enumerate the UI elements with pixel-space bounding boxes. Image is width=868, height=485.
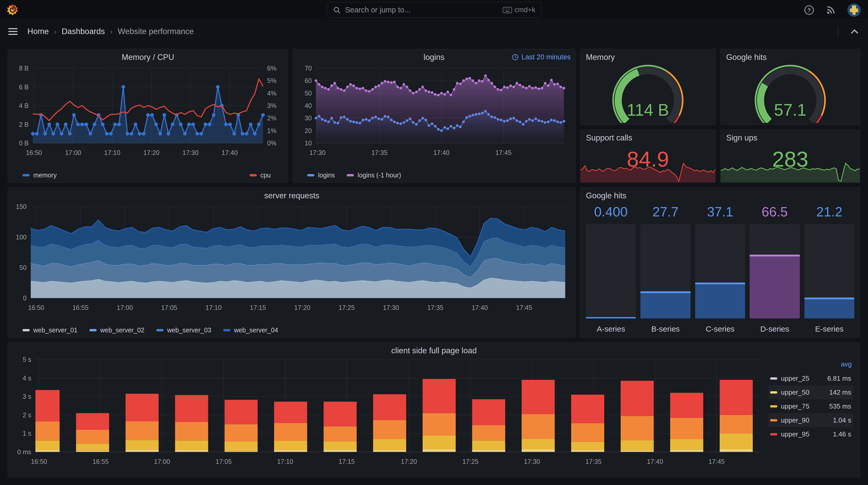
legend-swatch-icon xyxy=(770,377,777,380)
bar-gauge-item[interactable]: 27.7B-series xyxy=(641,204,690,333)
legend-label: web_server_01 xyxy=(33,326,78,334)
svg-text:4 B: 4 B xyxy=(19,102,29,109)
legend-avg-value: 1.46 s xyxy=(833,430,851,438)
legend-item[interactable]: cpu xyxy=(250,171,271,179)
google-hits-gauge: 57.1 xyxy=(720,64,860,123)
svg-text:17:30: 17:30 xyxy=(524,458,540,465)
legend-series-name: upper_75 xyxy=(781,402,829,410)
svg-text:16:50: 16:50 xyxy=(28,304,44,311)
bar-gauge-track xyxy=(804,224,854,318)
legend-swatch-icon xyxy=(223,329,230,331)
legend-swatch-icon xyxy=(770,391,777,394)
grafana-logo[interactable] xyxy=(6,4,19,16)
legend-swatch-icon xyxy=(770,433,777,435)
panel-title[interactable]: Memory / CPU xyxy=(8,53,288,62)
panel-title[interactable]: client side full page load xyxy=(8,346,860,355)
svg-text:17:05: 17:05 xyxy=(215,458,232,465)
svg-text:3%: 3% xyxy=(267,102,276,109)
time-range-link[interactable]: Last 20 minutes xyxy=(512,53,571,61)
chevron-up-icon[interactable] xyxy=(849,26,860,37)
search-shortcut: cmd+k xyxy=(503,6,535,14)
legend-label: web_server_02 xyxy=(100,326,145,334)
memory-cpu-chart[interactable]: 16:5017:0017:1017:2017:3017:400 B2 B4 B6… xyxy=(8,64,288,165)
bar-gauge-item[interactable]: 66.5D-series xyxy=(750,204,800,333)
user-avatar[interactable] xyxy=(847,3,861,17)
legend-label: logins xyxy=(318,171,335,179)
svg-text:30: 30 xyxy=(305,115,312,122)
legend-item[interactable]: web_server_01 xyxy=(23,326,78,334)
panel-title[interactable]: server requests xyxy=(8,191,576,200)
legend-item[interactable]: web_server_04 xyxy=(223,326,278,334)
google-hits-bargauge: 0.400A-series27.7B-series37.1C-series66.… xyxy=(586,204,854,333)
sparkline xyxy=(581,162,715,182)
svg-text:114 B: 114 B xyxy=(627,101,669,119)
legend-label: web_server_04 xyxy=(234,326,278,334)
panel-title[interactable]: Google hits xyxy=(726,53,767,62)
legend-item[interactable]: web_server_03 xyxy=(156,326,211,334)
svg-text:17:10: 17:10 xyxy=(277,458,293,465)
legend-swatch-icon xyxy=(770,405,777,408)
panel-memory-gauge: Memory 114 B xyxy=(580,49,716,125)
svg-text:17:40: 17:40 xyxy=(222,149,238,156)
svg-text:60: 60 xyxy=(305,77,312,84)
bar-gauge-item[interactable]: 0.400A-series xyxy=(586,204,636,333)
breadcrumb-bar: Home › Dashboards › Website performance xyxy=(0,20,868,43)
chart-legend-table: avgupper_256.81 msupper_50142 msupper_75… xyxy=(768,359,853,441)
dashboard-canvas: Memory / CPU 16:5017:0017:1017:2017:3017… xyxy=(0,43,868,485)
search-input[interactable]: Search or jump to... cmd+k xyxy=(327,2,541,18)
legend-item[interactable]: web_server_02 xyxy=(89,326,145,334)
legend-swatch-icon xyxy=(347,174,354,176)
legend-item[interactable]: logins (-1 hour) xyxy=(347,171,401,179)
legend-avg-value: 6.81 ms xyxy=(828,375,851,383)
help-icon[interactable]: ? xyxy=(804,5,814,15)
legend-row[interactable]: upper_75535 ms xyxy=(768,399,853,413)
svg-text:2 s: 2 s xyxy=(23,411,31,419)
client-load-chart[interactable]: 16:5016:5517:0017:0517:1017:1517:2017:25… xyxy=(8,355,860,474)
svg-text:17:35: 17:35 xyxy=(427,304,443,311)
svg-text:1%: 1% xyxy=(267,127,276,134)
svg-text:8 B: 8 B xyxy=(19,65,29,72)
legend-swatch-icon xyxy=(156,329,163,331)
bar-gauge-label: D-series xyxy=(750,318,800,333)
legend-item[interactable]: logins xyxy=(307,171,335,179)
svg-text:40: 40 xyxy=(305,102,312,109)
legend-row[interactable]: upper_901.04 s xyxy=(768,413,853,427)
legend-row[interactable]: upper_951.46 s xyxy=(768,427,853,441)
rss-icon[interactable] xyxy=(826,5,836,15)
breadcrumb-home[interactable]: Home xyxy=(27,27,49,36)
breadcrumb-dashboards[interactable]: Dashboards xyxy=(62,27,105,36)
svg-text:10: 10 xyxy=(305,139,312,147)
svg-text:70: 70 xyxy=(305,65,312,72)
bar-gauge-item[interactable]: 37.1C-series xyxy=(695,204,745,333)
svg-text:17:15: 17:15 xyxy=(339,458,355,465)
legend-avg-value: 535 ms xyxy=(829,402,851,410)
chart-legend: web_server_01web_server_02web_server_03w… xyxy=(23,326,278,334)
panel-title[interactable]: Google hits xyxy=(586,191,626,200)
bar-gauge-value: 0.400 xyxy=(586,204,636,223)
panel-title[interactable]: Memory xyxy=(586,53,615,62)
menu-icon[interactable] xyxy=(8,28,18,35)
svg-text:17:25: 17:25 xyxy=(338,304,355,311)
legend-row[interactable]: upper_256.81 ms xyxy=(768,371,853,385)
divider xyxy=(838,26,839,37)
svg-text:0: 0 xyxy=(23,294,27,302)
legend-avg-value: 1.04 s xyxy=(833,416,851,424)
bar-gauge-item[interactable]: 21.2E-series xyxy=(804,204,854,333)
breadcrumb-current: Website performance xyxy=(118,27,194,36)
server-requests-chart[interactable]: 16:5016:5517:0017:0517:1017:1517:2017:25… xyxy=(8,202,576,320)
legend-series-name: upper_25 xyxy=(781,375,828,383)
bar-gauge-track xyxy=(750,224,800,318)
bar-gauge-track xyxy=(586,224,636,318)
breadcrumb: Home › Dashboards › Website performance xyxy=(27,27,194,36)
legend-row[interactable]: upper_50142 ms xyxy=(768,385,853,399)
search-icon xyxy=(333,6,341,14)
legend-swatch-icon xyxy=(89,329,97,331)
panel-google-hits-gauge: Google hits 57.1 xyxy=(720,49,860,125)
search-placeholder: Search or jump to... xyxy=(345,6,503,14)
svg-text:16:50: 16:50 xyxy=(26,149,42,156)
svg-text:6 B: 6 B xyxy=(19,84,29,91)
logins-chart[interactable]: 17:3017:3517:4017:4510203040506070 xyxy=(293,64,575,165)
legend-item[interactable]: memory xyxy=(23,171,57,179)
chevron-right-icon: › xyxy=(110,27,113,36)
svg-text:17:05: 17:05 xyxy=(161,304,178,311)
